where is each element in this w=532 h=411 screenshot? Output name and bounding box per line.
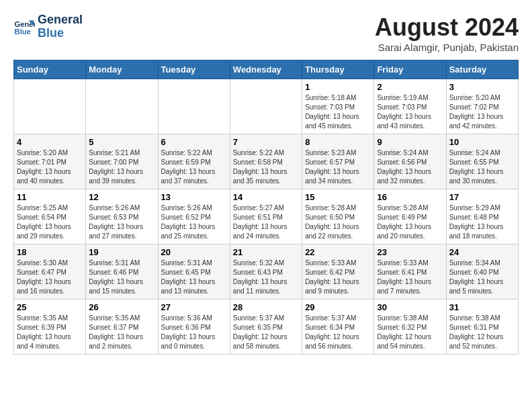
calendar-cell: 19Sunrise: 5:31 AMSunset: 6:46 PMDayligh… xyxy=(86,244,158,300)
calendar-cell: 24Sunrise: 5:34 AMSunset: 6:40 PMDayligh… xyxy=(446,244,518,300)
day-info: Sunrise: 5:23 AMSunset: 6:57 PMDaylight:… xyxy=(305,148,371,186)
day-info: Sunrise: 5:26 AMSunset: 6:53 PMDaylight:… xyxy=(89,203,154,241)
day-info: Sunrise: 5:35 AMSunset: 6:37 PMDaylight:… xyxy=(89,314,154,351)
day-number: 21 xyxy=(233,247,299,257)
day-number: 3 xyxy=(449,82,515,92)
day-info: Sunrise: 5:36 AMSunset: 6:36 PMDaylight:… xyxy=(161,314,227,351)
page-title: August 2024 xyxy=(375,13,519,42)
weekday-header: Saturday xyxy=(446,60,518,79)
calendar-cell xyxy=(86,79,158,134)
day-info: Sunrise: 5:18 AMSunset: 7:03 PMDaylight:… xyxy=(305,93,371,131)
weekday-header-row: SundayMondayTuesdayWednesdayThursdayFrid… xyxy=(14,60,519,79)
day-info: Sunrise: 5:31 AMSunset: 6:46 PMDaylight:… xyxy=(89,259,154,296)
day-number: 7 xyxy=(233,137,299,147)
calendar-cell: 22Sunrise: 5:33 AMSunset: 6:42 PMDayligh… xyxy=(302,244,374,300)
day-info: Sunrise: 5:38 AMSunset: 6:31 PMDaylight:… xyxy=(449,314,515,351)
calendar-cell: 11Sunrise: 5:25 AMSunset: 6:54 PMDayligh… xyxy=(14,189,86,244)
day-info: Sunrise: 5:37 AMSunset: 6:34 PMDaylight:… xyxy=(305,314,371,351)
day-number: 11 xyxy=(17,192,83,202)
day-number: 23 xyxy=(377,247,443,257)
day-number: 12 xyxy=(89,192,154,202)
title-area: August 2024 Sarai Alamgir, Punjab, Pakis… xyxy=(375,13,519,53)
weekday-header: Sunday xyxy=(14,60,86,79)
logo-icon: General Blue xyxy=(13,16,35,38)
calendar-cell: 17Sunrise: 5:29 AMSunset: 6:48 PMDayligh… xyxy=(446,189,518,244)
day-number: 24 xyxy=(449,247,515,257)
calendar-cell xyxy=(158,79,230,134)
day-number: 17 xyxy=(449,192,515,202)
calendar-cell: 7Sunrise: 5:22 AMSunset: 6:58 PMDaylight… xyxy=(230,134,302,189)
calendar-cell: 10Sunrise: 5:24 AMSunset: 6:55 PMDayligh… xyxy=(446,134,518,189)
calendar-cell: 2Sunrise: 5:19 AMSunset: 7:03 PMDaylight… xyxy=(374,79,446,134)
weekday-header: Tuesday xyxy=(158,60,230,79)
calendar-cell: 26Sunrise: 5:35 AMSunset: 6:37 PMDayligh… xyxy=(86,300,158,355)
calendar-cell: 25Sunrise: 5:35 AMSunset: 6:39 PMDayligh… xyxy=(14,300,86,355)
logo: General Blue General Blue xyxy=(13,13,83,40)
calendar-cell: 13Sunrise: 5:26 AMSunset: 6:52 PMDayligh… xyxy=(158,189,230,244)
day-info: Sunrise: 5:25 AMSunset: 6:54 PMDaylight:… xyxy=(17,203,83,241)
logo-text: General Blue xyxy=(38,13,83,40)
day-number: 26 xyxy=(89,302,154,312)
day-number: 18 xyxy=(17,247,83,257)
day-info: Sunrise: 5:33 AMSunset: 6:41 PMDaylight:… xyxy=(377,259,443,296)
calendar-cell: 31Sunrise: 5:38 AMSunset: 6:31 PMDayligh… xyxy=(446,300,518,355)
day-number: 13 xyxy=(161,192,227,202)
day-info: Sunrise: 5:31 AMSunset: 6:45 PMDaylight:… xyxy=(161,259,227,296)
day-number: 30 xyxy=(377,302,443,312)
day-info: Sunrise: 5:21 AMSunset: 7:00 PMDaylight:… xyxy=(89,148,154,186)
day-info: Sunrise: 5:24 AMSunset: 6:55 PMDaylight:… xyxy=(449,148,515,186)
calendar-week-row: 11Sunrise: 5:25 AMSunset: 6:54 PMDayligh… xyxy=(14,189,519,244)
day-info: Sunrise: 5:20 AMSunset: 7:02 PMDaylight:… xyxy=(449,93,515,131)
calendar-cell: 16Sunrise: 5:28 AMSunset: 6:49 PMDayligh… xyxy=(374,189,446,244)
day-info: Sunrise: 5:38 AMSunset: 6:32 PMDaylight:… xyxy=(377,314,443,351)
calendar-cell: 27Sunrise: 5:36 AMSunset: 6:36 PMDayligh… xyxy=(158,300,230,355)
calendar-cell: 18Sunrise: 5:30 AMSunset: 6:47 PMDayligh… xyxy=(14,244,86,300)
day-info: Sunrise: 5:30 AMSunset: 6:47 PMDaylight:… xyxy=(17,259,83,296)
day-info: Sunrise: 5:24 AMSunset: 6:56 PMDaylight:… xyxy=(377,148,443,186)
day-info: Sunrise: 5:22 AMSunset: 6:58 PMDaylight:… xyxy=(233,148,299,186)
calendar-cell xyxy=(14,79,86,134)
day-info: Sunrise: 5:37 AMSunset: 6:35 PMDaylight:… xyxy=(233,314,299,351)
calendar-week-row: 4Sunrise: 5:20 AMSunset: 7:01 PMDaylight… xyxy=(14,134,519,189)
day-number: 28 xyxy=(233,302,299,312)
calendar-cell: 9Sunrise: 5:24 AMSunset: 6:56 PMDaylight… xyxy=(374,134,446,189)
day-number: 29 xyxy=(305,302,371,312)
calendar-cell: 1Sunrise: 5:18 AMSunset: 7:03 PMDaylight… xyxy=(302,79,374,134)
day-number: 31 xyxy=(449,302,515,312)
day-number: 22 xyxy=(305,247,371,257)
day-number: 2 xyxy=(377,82,443,92)
day-number: 16 xyxy=(377,192,443,202)
weekday-header: Friday xyxy=(374,60,446,79)
calendar-table: SundayMondayTuesdayWednesdayThursdayFrid… xyxy=(13,60,519,355)
day-info: Sunrise: 5:20 AMSunset: 7:01 PMDaylight:… xyxy=(17,148,83,186)
page-header: General Blue General Blue August 2024 Sa… xyxy=(13,13,519,53)
day-number: 1 xyxy=(305,82,371,92)
day-number: 10 xyxy=(449,137,515,147)
day-number: 20 xyxy=(161,247,227,257)
calendar-cell: 5Sunrise: 5:21 AMSunset: 7:00 PMDaylight… xyxy=(86,134,158,189)
calendar-cell: 14Sunrise: 5:27 AMSunset: 6:51 PMDayligh… xyxy=(230,189,302,244)
day-number: 8 xyxy=(305,137,371,147)
day-info: Sunrise: 5:34 AMSunset: 6:40 PMDaylight:… xyxy=(449,259,515,296)
calendar-cell xyxy=(230,79,302,134)
calendar-cell: 8Sunrise: 5:23 AMSunset: 6:57 PMDaylight… xyxy=(302,134,374,189)
day-info: Sunrise: 5:29 AMSunset: 6:48 PMDaylight:… xyxy=(449,203,515,241)
day-number: 27 xyxy=(161,302,227,312)
day-info: Sunrise: 5:35 AMSunset: 6:39 PMDaylight:… xyxy=(17,314,83,351)
weekday-header: Thursday xyxy=(302,60,374,79)
svg-text:Blue: Blue xyxy=(15,28,31,36)
calendar-cell: 23Sunrise: 5:33 AMSunset: 6:41 PMDayligh… xyxy=(374,244,446,300)
calendar-cell: 30Sunrise: 5:38 AMSunset: 6:32 PMDayligh… xyxy=(374,300,446,355)
calendar-cell: 4Sunrise: 5:20 AMSunset: 7:01 PMDaylight… xyxy=(14,134,86,189)
page-subtitle: Sarai Alamgir, Punjab, Pakistan xyxy=(375,42,519,53)
calendar-cell: 28Sunrise: 5:37 AMSunset: 6:35 PMDayligh… xyxy=(230,300,302,355)
day-number: 15 xyxy=(305,192,371,202)
calendar-week-row: 18Sunrise: 5:30 AMSunset: 6:47 PMDayligh… xyxy=(14,244,519,300)
day-info: Sunrise: 5:32 AMSunset: 6:43 PMDaylight:… xyxy=(233,259,299,296)
day-number: 19 xyxy=(89,247,154,257)
calendar-week-row: 1Sunrise: 5:18 AMSunset: 7:03 PMDaylight… xyxy=(14,79,519,134)
day-number: 5 xyxy=(89,137,154,147)
day-number: 9 xyxy=(377,137,443,147)
calendar-week-row: 25Sunrise: 5:35 AMSunset: 6:39 PMDayligh… xyxy=(14,300,519,355)
day-number: 6 xyxy=(161,137,227,147)
